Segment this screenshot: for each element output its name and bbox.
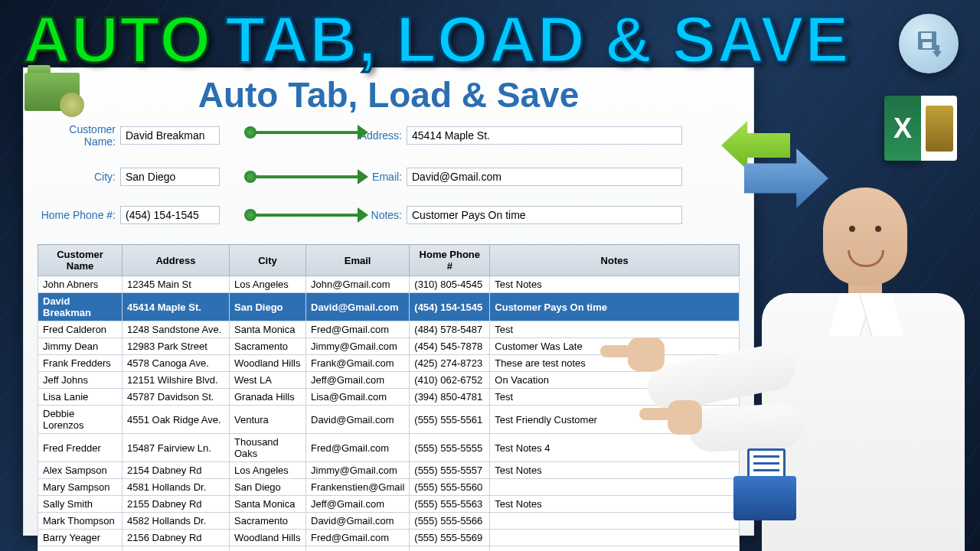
table-cell[interactable]: David@Gmail.com bbox=[306, 513, 410, 530]
table-row[interactable]: Barry Yeager2156 Dabney RdWoodland Hills… bbox=[38, 530, 740, 546]
city-input[interactable]: San Diego bbox=[120, 168, 220, 186]
table-cell[interactable]: West LA bbox=[230, 546, 306, 552]
table-cell[interactable]: Los Angeles bbox=[230, 462, 306, 479]
table-row[interactable]: Mark Thompson4582 Hollands Dr.Sacramento… bbox=[38, 513, 740, 530]
table-cell[interactable]: (555) 555-5561 bbox=[410, 406, 490, 434]
table-cell[interactable]: Fred Fredder bbox=[38, 434, 122, 462]
table-row[interactable]: Fred Fredder15487 Fairview Ln.Thousand O… bbox=[38, 434, 740, 462]
table-cell[interactable]: Woodland Hills bbox=[230, 530, 306, 546]
table-cell[interactable]: Mary Zingers bbox=[38, 546, 122, 552]
table-cell[interactable]: Frank@Gmail.com bbox=[306, 355, 410, 372]
table-cell[interactable]: Test Notes bbox=[490, 496, 740, 513]
table-cell[interactable]: (555) 555-5560 bbox=[410, 479, 490, 496]
table-cell[interactable]: 2154 Dabney Rd bbox=[122, 462, 230, 479]
table-cell[interactable]: Ventura bbox=[230, 406, 306, 434]
table-cell[interactable]: 12151 Wilshire Blvd. bbox=[122, 372, 230, 389]
table-cell[interactable]: (454) 154-1545 bbox=[410, 293, 490, 321]
table-cell[interactable]: Fred@Gmail.com bbox=[306, 321, 410, 338]
table-cell[interactable]: 4578 Canoga Ave. bbox=[122, 355, 230, 372]
table-cell[interactable]: David@Gmail.com bbox=[306, 406, 410, 434]
table-cell[interactable]: (555) 555-5566 bbox=[410, 513, 490, 530]
table-cell[interactable]: 4582 Hollands Dr. bbox=[122, 513, 230, 530]
table-cell[interactable]: Woodland Hills bbox=[230, 355, 306, 372]
table-cell[interactable]: David@Gmail.com bbox=[306, 293, 410, 321]
table-cell[interactable]: Jeff@Gmail.com bbox=[306, 496, 410, 513]
table-cell[interactable]: Fred@Gmail.com bbox=[306, 530, 410, 546]
table-cell[interactable]: Jimmy Dean bbox=[38, 338, 122, 355]
table-row[interactable]: John Abners12345 Main StLos AngelesJohn@… bbox=[38, 276, 740, 293]
table-cell[interactable]: Fred@Gmail.com bbox=[306, 434, 410, 462]
table-cell[interactable]: Test Notes bbox=[490, 462, 740, 479]
table-row[interactable]: Lisa Lanie45787 Davidson St.Granada Hill… bbox=[38, 389, 740, 406]
table-cell[interactable]: San Diego bbox=[230, 293, 306, 321]
table-cell[interactable]: Barry Yeager bbox=[38, 530, 122, 546]
customer-name-input[interactable]: David Breakman bbox=[120, 126, 220, 145]
col-notes[interactable]: Notes bbox=[490, 245, 740, 276]
table-cell[interactable]: John Abners bbox=[38, 276, 122, 293]
table-cell[interactable]: Jimmy@Gmail.com bbox=[306, 462, 410, 479]
table-cell[interactable]: 45787 Davidson St. bbox=[122, 389, 230, 406]
table-cell[interactable]: Sally Smith bbox=[38, 496, 122, 513]
table-cell[interactable]: David Breakman bbox=[38, 293, 122, 321]
table-cell[interactable]: 2155 Dabney Rd bbox=[122, 496, 230, 513]
col-email[interactable]: Email bbox=[306, 245, 410, 276]
table-cell[interactable]: Sacramento bbox=[230, 513, 306, 530]
table-cell[interactable]: Frank Fredders bbox=[38, 355, 122, 372]
table-cell[interactable]: 45414 Maple St. bbox=[122, 293, 230, 321]
table-cell[interactable]: (484) 578-5487 bbox=[410, 321, 490, 338]
table-cell[interactable]: Los Angeles bbox=[230, 276, 306, 293]
table-cell[interactable]: (394) 850-4781 bbox=[410, 389, 490, 406]
table-cell[interactable]: (555) 555-5563 bbox=[410, 496, 490, 513]
table-cell[interactable] bbox=[490, 479, 740, 496]
table-cell[interactable]: (555) 555-5557 bbox=[410, 462, 490, 479]
table-row[interactable]: Mary Zingers4583 Hollands Dr.West LAJimm… bbox=[38, 546, 740, 552]
table-cell[interactable]: (555) 555-5555 bbox=[410, 434, 490, 462]
table-cell[interactable]: Jimmy@Gmail.com bbox=[306, 546, 410, 552]
table-cell[interactable]: John@Gmail.com bbox=[306, 276, 410, 293]
table-cell[interactable]: Mark Thompson bbox=[38, 513, 122, 530]
table-cell[interactable]: Jimmy@Gmail.com bbox=[306, 338, 410, 355]
table-cell[interactable] bbox=[490, 546, 740, 552]
table-cell[interactable]: Test bbox=[490, 321, 740, 338]
col-city[interactable]: City bbox=[230, 245, 306, 276]
table-cell[interactable]: 1248 Sandstone Ave. bbox=[122, 321, 230, 338]
email-input[interactable]: David@Gmail.com bbox=[407, 168, 682, 186]
table-cell[interactable]: Fred Calderon bbox=[38, 321, 122, 338]
table-cell[interactable]: (310) 805-4545 bbox=[410, 276, 490, 293]
col-home-phone[interactable]: Home Phone # bbox=[410, 245, 490, 276]
address-input[interactable]: 45414 Maple St. bbox=[407, 126, 682, 145]
table-row[interactable]: Mary Sampson4581 Hollands Dr.San DiegoFr… bbox=[38, 479, 740, 496]
table-cell[interactable]: Granada Hills bbox=[230, 389, 306, 406]
table-cell[interactable]: Test Notes bbox=[490, 276, 740, 293]
table-cell[interactable]: 15487 Fairview Ln. bbox=[122, 434, 230, 462]
table-row[interactable]: David Breakman45414 Maple St.San DiegoDa… bbox=[38, 293, 740, 321]
table-cell[interactable]: 12345 Main St bbox=[122, 276, 230, 293]
table-row[interactable]: Fred Calderon1248 Sandstone Ave.Santa Mo… bbox=[38, 321, 740, 338]
table-cell[interactable]: Alex Sampson bbox=[38, 462, 122, 479]
table-cell[interactable]: Customer Pays On time bbox=[490, 293, 740, 321]
table-cell[interactable]: Mary Sampson bbox=[38, 479, 122, 496]
table-cell[interactable] bbox=[490, 530, 740, 546]
table-cell[interactable]: (425) 274-8723 bbox=[410, 355, 490, 372]
table-cell[interactable]: (555) 555-5569 bbox=[410, 530, 490, 546]
table-cell[interactable]: Thousand Oaks bbox=[230, 434, 306, 462]
table-cell[interactable]: Jeff@Gmail.com bbox=[306, 372, 410, 389]
table-cell[interactable] bbox=[490, 513, 740, 530]
table-cell[interactable]: Santa Monica bbox=[230, 321, 306, 338]
table-cell[interactable]: 4581 Hollands Dr. bbox=[122, 479, 230, 496]
table-cell[interactable]: Lisa Lanie bbox=[38, 389, 122, 406]
table-cell[interactable]: 2156 Dabney Rd bbox=[122, 530, 230, 546]
home-phone-input[interactable]: (454) 154-1545 bbox=[120, 206, 220, 224]
table-cell[interactable]: Jeff Johns bbox=[38, 372, 122, 389]
table-cell[interactable]: Lisa@Gmail.com bbox=[306, 389, 410, 406]
table-cell[interactable]: (555) 555-5572 bbox=[410, 546, 490, 552]
table-row[interactable]: Alex Sampson2154 Dabney RdLos AngelesJim… bbox=[38, 462, 740, 479]
table-cell[interactable]: Debbie Lorenzos bbox=[38, 406, 122, 434]
table-cell[interactable]: (410) 062-6752 bbox=[410, 372, 490, 389]
col-customer-name[interactable]: Customer Name bbox=[38, 245, 122, 276]
table-row[interactable]: Jeff Johns12151 Wilshire Blvd.West LAJef… bbox=[38, 372, 740, 389]
table-cell[interactable]: San Diego bbox=[230, 479, 306, 496]
notes-input[interactable]: Customer Pays On time bbox=[407, 206, 682, 224]
table-cell[interactable]: Santa Monica bbox=[230, 496, 306, 513]
table-cell[interactable]: 4551 Oak Ridge Ave. bbox=[122, 406, 230, 434]
